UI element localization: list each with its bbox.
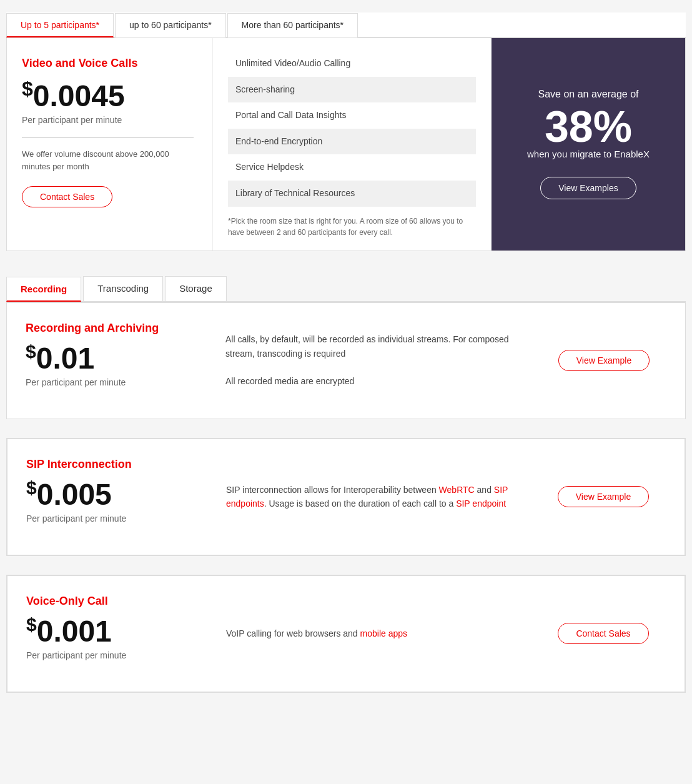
feature-library: Library of Technical Resources: [228, 181, 476, 207]
voice-left: Voice-Only Call $0.001 Per participant p…: [26, 595, 214, 673]
tab-recording[interactable]: Recording: [6, 277, 81, 302]
pricing-card: Video and Voice Calls $0.0045 Per partic…: [6, 37, 686, 251]
promo-percent: 38%: [545, 105, 632, 149]
voice-price: $0.001: [26, 615, 201, 647]
mobile-apps-link[interactable]: mobile apps: [360, 628, 408, 638]
voice-contact-sales-button[interactable]: Contact Sales: [558, 623, 648, 644]
tab-up-to-5[interactable]: Up to 5 participants*: [6, 13, 114, 37]
recording-desc-line2: All recorded media are encrypted: [225, 374, 529, 388]
volume-note: We offer volume discount above 200,000 m…: [22, 148, 194, 172]
pricing-title: Video and Voice Calls: [22, 57, 194, 70]
pricing-left: Video and Voice Calls $0.0045 Per partic…: [7, 38, 213, 251]
tab-storage[interactable]: Storage: [165, 276, 227, 301]
voice-card-wrapper: Voice-Only Call $0.001 Per participant p…: [6, 575, 686, 693]
footnote: *Pick the room size that is right for yo…: [228, 216, 476, 238]
sip-card: SIP Interconnection $0.005 Per participa…: [7, 439, 685, 555]
dollar-sign: $: [22, 77, 33, 100]
per-unit-label: Per participant per minute: [22, 115, 194, 125]
top-tabs: Up to 5 participants* up to 60 participa…: [6, 12, 686, 37]
recording-view-example-button[interactable]: View Example: [558, 350, 650, 371]
promo-panel: Save on an average of 38% when you migra…: [492, 38, 685, 251]
secondary-tabs: Recording Transcoding Storage: [6, 276, 686, 302]
recording-desc: All calls, by default, will be recorded …: [213, 332, 541, 389]
sip-title: SIP Interconnection: [26, 458, 201, 471]
recording-left: Recording and Archiving $0.01 Per partic…: [26, 322, 213, 400]
pricing-features: Unlimited Video/Audio Calling Screen-sha…: [213, 38, 492, 251]
feature-portal: Portal and Call Data Insights: [228, 102, 476, 129]
sip-card-wrapper: SIP Interconnection $0.005 Per participa…: [6, 438, 686, 556]
recording-per-unit: Per participant per minute: [26, 377, 200, 387]
sip-view-example-button[interactable]: View Example: [558, 486, 649, 507]
feature-unlimited: Unlimited Video/Audio Calling: [228, 51, 476, 77]
view-examples-button[interactable]: View Examples: [540, 177, 636, 199]
recording-card: Recording and Archiving $0.01 Per partic…: [6, 302, 686, 419]
contact-sales-button[interactable]: Contact Sales: [22, 186, 112, 207]
voice-card: Voice-Only Call $0.001 Per participant p…: [7, 575, 685, 692]
price-amount: $0.0045: [22, 79, 194, 111]
dollar-sign: $: [26, 614, 37, 635]
tab-transcoding[interactable]: Transcoding: [83, 276, 163, 301]
sip-price: $0.005: [26, 479, 201, 510]
voice-action: Contact Sales: [541, 623, 666, 644]
sip-per-unit: Per participant per minute: [26, 514, 201, 523]
promo-save-text: Save on an average of: [538, 89, 638, 100]
voice-per-unit: Per participant per minute: [26, 650, 201, 660]
voice-title: Voice-Only Call: [26, 595, 201, 608]
sip-left: SIP Interconnection $0.005 Per participa…: [26, 458, 214, 536]
sip-desc: SIP interconnection allows for Interoper…: [214, 483, 541, 511]
recording-title: Recording and Archiving: [26, 322, 200, 335]
feature-screen-sharing: Screen-sharing: [228, 77, 476, 103]
tab-more-than-60[interactable]: More than 60 participants*: [227, 13, 358, 37]
voice-desc-text: VoIP calling for web browsers and mobile…: [226, 628, 407, 638]
recording-action: View Example: [541, 350, 666, 371]
divider: [22, 137, 194, 138]
voice-desc: VoIP calling for web browsers and mobile…: [214, 627, 541, 640]
promo-sub-text: when you migrate to EnableX: [527, 149, 650, 159]
sip-endpoint-link[interactable]: SIP endpoint: [456, 499, 506, 509]
feature-helpdesk: Service Helpdesk: [228, 154, 476, 181]
sip-action: View Example: [541, 486, 666, 507]
dollar-sign: $: [26, 477, 37, 498]
feature-encryption: End-to-end Encryption: [228, 129, 476, 155]
recording-desc-line1: All calls, by default, will be recorded …: [225, 332, 529, 360]
tab-up-to-60[interactable]: up to 60 participants*: [115, 13, 226, 37]
dollar-sign: $: [26, 341, 36, 362]
sip-desc-text: SIP interconnection allows for Interoper…: [226, 485, 508, 509]
webrtc-link[interactable]: WebRTC: [439, 485, 475, 495]
recording-price: $0.01: [26, 342, 200, 374]
